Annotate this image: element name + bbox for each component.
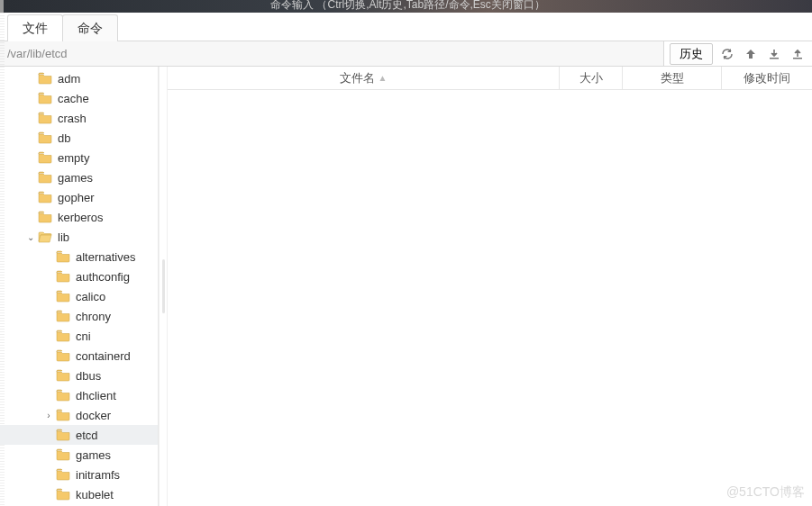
tree-item-dbus[interactable]: ›dbus <box>0 366 158 385</box>
path-tools: 历史 <box>663 41 812 66</box>
tree-item-label: kubelet <box>76 488 114 501</box>
column-label: 修改时间 <box>744 70 790 86</box>
folder-icon <box>38 112 52 124</box>
path-input[interactable] <box>0 41 663 66</box>
tree-item-games[interactable]: ›games <box>0 167 158 187</box>
tree-item-gopher[interactable]: ›gopher <box>0 187 158 207</box>
column-header-size[interactable]: 大小 <box>560 67 623 89</box>
column-label: 大小 <box>579 70 603 86</box>
tree-item-label: lib <box>58 230 69 244</box>
folder-icon <box>56 369 70 382</box>
tree-item-label: etcd <box>76 429 98 442</box>
tree-item-label: adm <box>58 72 80 86</box>
main-area: ›adm›cache›crash›db›empty›games›gopher›k… <box>0 67 812 506</box>
tree-item-containerd[interactable]: ›containerd <box>0 346 158 366</box>
chevron-down-icon[interactable]: ⌄ <box>25 231 36 242</box>
folder-icon <box>56 349 70 362</box>
splitter-grip-icon <box>162 259 165 313</box>
folder-icon <box>38 131 52 144</box>
tree-item-dhclient[interactable]: ›dhclient <box>0 385 158 405</box>
chevron-right-icon[interactable]: › <box>43 410 54 420</box>
tree-item-alternatives[interactable]: ›alternatives <box>0 247 158 267</box>
tree-item-kerberos[interactable]: ›kerberos <box>0 207 158 227</box>
tree-item-label: games <box>58 171 93 185</box>
path-toolbar: 历史 <box>0 41 812 67</box>
list-header: 文件名 ▲ 大小 类型 修改时间 <box>168 67 812 90</box>
folder-icon <box>56 310 70 322</box>
up-dir-icon[interactable] <box>742 45 760 63</box>
column-label: 类型 <box>661 70 684 86</box>
tree-item-label: empty <box>58 151 89 165</box>
folder-icon <box>56 409 70 421</box>
column-header-type[interactable]: 类型 <box>623 67 722 89</box>
folder-icon <box>56 488 70 501</box>
tree-item-label: kerberos <box>58 211 104 224</box>
tree-item-label: docker <box>76 409 111 422</box>
tree-item-cache[interactable]: ›cache <box>0 88 158 108</box>
folder-icon <box>38 211 52 223</box>
tree-item-label: dhclient <box>76 389 116 402</box>
sort-asc-icon: ▲ <box>379 73 388 83</box>
tree-item-kubelet[interactable]: ›kubelet <box>0 484 158 504</box>
folder-icon <box>56 389 70 402</box>
folder-icon <box>56 448 70 461</box>
tab-label: 文件 <box>23 21 48 35</box>
folder-icon <box>56 429 70 441</box>
tree-item-label: authconfig <box>76 270 130 284</box>
tree-item-docker[interactable]: ›docker <box>0 405 158 425</box>
tree-item-games[interactable]: ›games <box>0 445 158 465</box>
tree-item-etcd[interactable]: ›etcd <box>0 425 158 445</box>
tree-item-calico[interactable]: ›calico <box>0 286 158 306</box>
folder-icon <box>38 151 52 164</box>
folder-icon <box>56 290 70 303</box>
tree-item-label: dbus <box>76 369 101 383</box>
tree-item-empty[interactable]: ›empty <box>0 148 158 167</box>
tree-item-label: initramfs <box>76 468 120 482</box>
tree-item-label: alternatives <box>76 250 135 264</box>
tree-item-label: containerd <box>76 349 131 363</box>
folder-icon <box>38 72 52 85</box>
tree-item-label: db <box>58 131 70 145</box>
tab-files[interactable]: 文件 <box>7 14 63 41</box>
tree-item-authconfig[interactable]: ›authconfig <box>0 267 158 286</box>
folder-icon <box>38 92 52 104</box>
folder-icon <box>56 250 70 263</box>
history-button[interactable]: 历史 <box>670 43 713 65</box>
tab-commands[interactable]: 命令 <box>62 14 118 41</box>
tree-item-label: calico <box>76 290 105 303</box>
tree-item-label: cni <box>76 330 91 343</box>
tree-item-adm[interactable]: ›adm <box>0 68 158 88</box>
tree-item-label: games <box>76 448 111 462</box>
tree-item-label: gopher <box>58 191 94 204</box>
history-button-label: 历史 <box>680 47 703 60</box>
download-icon[interactable] <box>765 45 783 63</box>
terminal-hint-bar: 命令输入 （Ctrl切换,Alt历史,Tab路径/命令,Esc关闭窗口） <box>0 0 812 13</box>
tree-item-chrony[interactable]: ›chrony <box>0 306 158 326</box>
splitter[interactable] <box>159 67 168 506</box>
tree-item-crash[interactable]: ›crash <box>0 108 158 128</box>
folder-icon <box>38 191 52 203</box>
folder-open-icon <box>38 230 52 243</box>
tree-item-cni[interactable]: ›cni <box>0 326 158 346</box>
tree-item-db[interactable]: ›db <box>0 128 158 148</box>
folder-icon <box>56 270 70 283</box>
column-header-mtime[interactable]: 修改时间 <box>722 67 812 89</box>
folder-tree[interactable]: ›adm›cache›crash›db›empty›games›gopher›k… <box>0 67 159 506</box>
tree-item-label: chrony <box>76 310 111 323</box>
upload-icon[interactable] <box>789 45 807 63</box>
refresh-icon[interactable] <box>718 45 736 63</box>
file-list-body[interactable] <box>168 90 812 506</box>
file-list-panel: 文件名 ▲ 大小 类型 修改时间 <box>168 67 812 506</box>
folder-icon <box>38 171 52 184</box>
tree-item-label: cache <box>58 92 89 105</box>
tab-label: 命令 <box>78 21 103 35</box>
column-header-name[interactable]: 文件名 ▲ <box>168 67 560 89</box>
tree-item-lib[interactable]: ⌄lib <box>0 227 158 247</box>
terminal-hint-text: 命令输入 （Ctrl切换,Alt历史,Tab路径/命令,Esc关闭窗口） <box>270 0 545 13</box>
folder-icon <box>56 468 70 481</box>
tab-bar: 文件 命令 <box>0 13 812 41</box>
folder-icon <box>56 330 70 342</box>
column-label: 文件名 <box>340 70 375 86</box>
tree-item-label: crash <box>58 112 87 125</box>
tree-item-initramfs[interactable]: ›initramfs <box>0 465 158 484</box>
